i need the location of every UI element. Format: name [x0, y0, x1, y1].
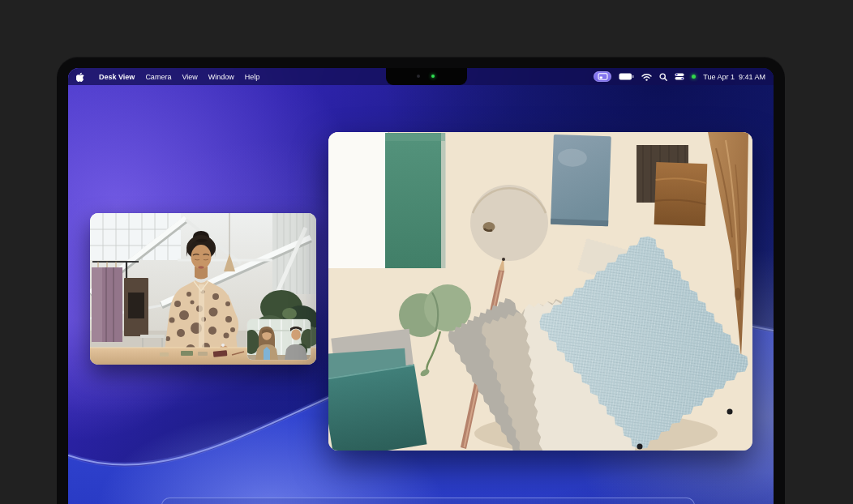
snap-button: [637, 444, 643, 450]
cabinet: [124, 278, 148, 336]
macbook-display: Desk View Camera View Window Help Tue Ap…: [0, 0, 853, 504]
desk-view-scene: [328, 132, 752, 451]
video-indicator-pill[interactable]: [594, 71, 611, 82]
menu-bar-clock[interactable]: Tue Apr 1 9:41 AM: [703, 73, 765, 81]
facetime-window[interactable]: [90, 213, 316, 365]
battery-icon[interactable]: [619, 73, 634, 80]
menu-item-view[interactable]: View: [182, 73, 197, 81]
display-bezel: Desk View Camera View Window Help Tue Ap…: [57, 57, 785, 504]
pip-thumbnail[interactable]: [243, 319, 315, 360]
brown-wood-sample: [654, 162, 708, 226]
apple-logo-icon: [76, 72, 84, 82]
background-window-edge[interactable]: [161, 498, 695, 504]
control-center-icon[interactable]: [675, 73, 684, 80]
wifi-icon[interactable]: [641, 73, 652, 81]
camera-notch: [386, 68, 467, 85]
blue-gray-tile: [551, 135, 611, 226]
menu-item-window[interactable]: Window: [208, 73, 234, 81]
teal-tile: [385, 133, 446, 268]
apple-menu[interactable]: [76, 72, 84, 82]
felt-disc: [470, 185, 548, 261]
facetime-video-scene: [90, 213, 316, 365]
white-paper-sample: [328, 132, 388, 268]
notch-camera-led: [431, 75, 435, 78]
spotlight-search-icon[interactable]: [659, 73, 667, 81]
clock-time: 9:41 AM: [739, 73, 765, 81]
desk-view-window-icon: [598, 73, 608, 80]
snap-button: [727, 409, 733, 415]
desk-view-window[interactable]: [328, 132, 752, 451]
notch-camera-lens: [417, 75, 420, 78]
menu-item-help[interactable]: Help: [245, 73, 260, 81]
clock-date: Tue Apr 1: [703, 73, 735, 81]
menu-app-name[interactable]: Desk View: [99, 73, 135, 81]
camera-in-use-dot: [692, 75, 696, 79]
menu-item-camera[interactable]: Camera: [145, 73, 171, 81]
desktop: Desk View Camera View Window Help Tue Ap…: [68, 68, 774, 504]
